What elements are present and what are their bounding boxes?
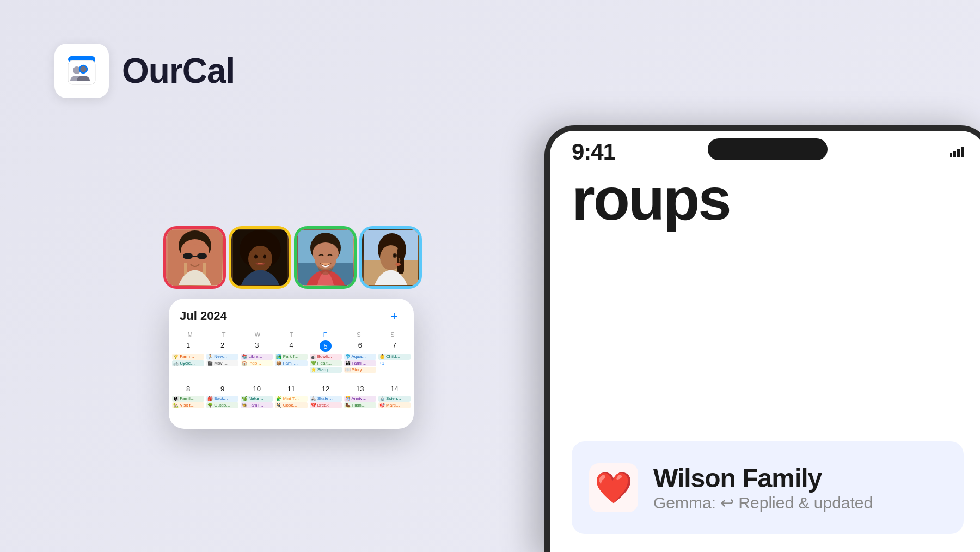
svg-rect-10 <box>197 253 207 259</box>
svg-rect-30 <box>397 247 404 274</box>
event-movie: 🎬 Movi… <box>206 360 238 366</box>
wilson-family-name: Wilson Family <box>653 463 873 493</box>
day-8[interactable]: 8 <box>171 384 205 394</box>
day-14[interactable]: 14 <box>377 384 412 394</box>
day-label-t2: T <box>274 329 308 340</box>
week2-numbers: 8 9 10 11 12 13 14 <box>169 384 414 394</box>
cell-8[interactable]: 👨‍👩‍👧 Famil… 🏡 Visit t… <box>171 394 205 423</box>
day-3[interactable]: 3 <box>240 340 274 352</box>
day-label-t1: T <box>207 329 241 340</box>
phone-screen: 9:41 roups ❤️ Wilson Family Ge <box>550 131 980 552</box>
day-7[interactable]: 7 <box>377 340 412 352</box>
event-anniv: 🎊 Anniv… <box>344 396 376 402</box>
cell-10[interactable]: 🌿 Natur… 👩‍🍳 Famil… <box>240 394 274 423</box>
calendar-add-button[interactable]: + <box>385 307 403 325</box>
groups-heading: roups <box>550 163 980 229</box>
day-4[interactable]: 4 <box>274 340 308 352</box>
event-mini: 🧩 Mini T… <box>275 396 307 402</box>
avatar-photo-2 <box>231 229 289 286</box>
event-starg: ⭐ Starg… <box>310 367 342 373</box>
cell-13[interactable]: 🎊 Anniv… 🥾 Hikin… <box>343 394 377 423</box>
event-bowl: 🎳 Bowli… <box>310 354 342 360</box>
svg-point-32 <box>394 254 396 257</box>
avatar-2[interactable] <box>229 226 291 289</box>
cell-11[interactable]: 🧩 Mini T… 🍳 Cook… <box>274 394 308 423</box>
cell-9[interactable]: 🎒 Back… 🌳 Outdo… <box>205 394 240 423</box>
svg-point-33 <box>395 263 401 266</box>
day-label-w: W <box>241 329 274 340</box>
day-label-s2: S <box>376 329 409 340</box>
status-bar: 9:41 <box>550 131 980 163</box>
day-9[interactable]: 9 <box>205 384 240 394</box>
day-2[interactable]: 2 <box>205 340 240 352</box>
event-story: 📖 Story <box>344 367 376 373</box>
day-6[interactable]: 6 <box>343 340 377 352</box>
calendar-header: Jul 2024 + <box>169 299 414 329</box>
logo-area: OurCal <box>54 44 235 98</box>
event-back: 🎒 Back… <box>206 396 238 402</box>
event-indoor: 🏠 Indo… <box>241 360 273 366</box>
app-name: OurCal <box>122 51 235 91</box>
cell-12[interactable]: ⛸️ Skate… 💔 Break <box>309 394 343 423</box>
event-break: 💔 Break <box>310 402 342 408</box>
svg-point-16 <box>248 246 272 272</box>
wilson-card-text: Wilson Family Gemma: ↩ Replied & updated <box>653 463 873 512</box>
event-farm: 🌾 Farm… <box>172 354 204 360</box>
week1-events: 🌾 Farm… 🚲 Cycle… 🏃 New… 🎬 Movi… 📚 Libra…… <box>169 352 414 384</box>
svg-rect-9 <box>183 253 193 259</box>
signal-icon <box>950 147 964 157</box>
cell-4[interactable]: 🏞️ Park f… 📦 Famil… <box>274 352 308 381</box>
cell-2[interactable]: 🏃 New… 🎬 Movi… <box>205 352 240 381</box>
avatar-photo-3 <box>297 229 354 286</box>
day-11[interactable]: 11 <box>274 384 308 394</box>
day-10[interactable]: 10 <box>240 384 274 394</box>
avatar-4[interactable] <box>359 226 422 289</box>
calendar-day-labels: M T W T F S S <box>169 329 414 340</box>
replied-label: ↩ Replied & updated <box>720 493 873 512</box>
day-1[interactable]: 1 <box>171 340 205 352</box>
event-family6: 👨‍👩‍👧 Famil… <box>344 360 376 366</box>
day-label-f: F <box>308 329 342 340</box>
event-aqua: 🐬 Aqua… <box>344 354 376 360</box>
event-skate: ⛸️ Skate… <box>310 396 342 402</box>
event-outdo: 🌳 Outdo… <box>206 402 238 408</box>
avatar-3[interactable] <box>294 226 357 289</box>
event-health: 💚 Healt… <box>310 360 342 366</box>
event-marti: 🎯 Marti… <box>378 402 411 408</box>
plus-badge: +1 <box>378 360 385 366</box>
avatar-photo-4 <box>362 229 419 286</box>
day-label-m: M <box>173 329 207 340</box>
event-family4: 📦 Famil… <box>275 360 307 366</box>
cell-6[interactable]: 🐬 Aqua… 👨‍👩‍👧 Famil… 📖 Story <box>343 352 377 381</box>
app-icon-svg <box>63 52 101 90</box>
day-5-today[interactable]: 5 <box>320 340 332 352</box>
heart-icon: ❤️ <box>589 463 638 512</box>
phone-device: 9:41 roups ❤️ Wilson Family Ge <box>544 125 980 552</box>
cell-1[interactable]: 🌾 Farm… 🚲 Cycle… <box>171 352 205 381</box>
cell-5[interactable]: 🎳 Bowli… 💚 Healt… ⭐ Starg… <box>309 352 343 381</box>
event-natur: 🌿 Natur… <box>241 396 273 402</box>
event-visit: 🏡 Visit t… <box>172 402 204 408</box>
event-park: 🏞️ Park f… <box>275 354 307 360</box>
svg-point-17 <box>254 254 258 258</box>
week2-events: 👨‍👩‍👧 Famil… 🏡 Visit t… 🎒 Back… 🌳 Outdo…… <box>169 394 414 429</box>
day-13[interactable]: 13 <box>343 384 377 394</box>
wilson-subtitle: Gemma: ↩ Replied & updated <box>653 493 873 512</box>
avatar-1[interactable] <box>163 226 226 289</box>
wilson-family-card[interactable]: ❤️ Wilson Family Gemma: ↩ Replied & upda… <box>572 441 964 534</box>
cell-14[interactable]: 🔬 Scien… 🎯 Marti… <box>377 394 412 423</box>
event-cook: 🍳 Cook… <box>275 402 307 408</box>
event-cycle: 🚲 Cycle… <box>172 360 204 366</box>
avatar-photo-1 <box>166 229 223 286</box>
calendar-widget: Jul 2024 + M T W T F S S 1 2 3 4 5 6 7 🌾… <box>169 299 414 429</box>
status-icons <box>950 147 964 157</box>
calendar-month: Jul 2024 <box>180 309 227 323</box>
dynamic-island <box>708 138 828 160</box>
day-label-s1: S <box>342 329 376 340</box>
cell-7[interactable]: 👶 Child… +1 <box>377 352 412 381</box>
day-12[interactable]: 12 <box>309 384 343 394</box>
week1-numbers: 1 2 3 4 5 6 7 <box>169 340 414 352</box>
event-child: 👶 Child… <box>378 354 411 360</box>
cell-3[interactable]: 📚 Libra… 🏠 Indo… <box>240 352 274 381</box>
svg-point-18 <box>263 254 266 258</box>
